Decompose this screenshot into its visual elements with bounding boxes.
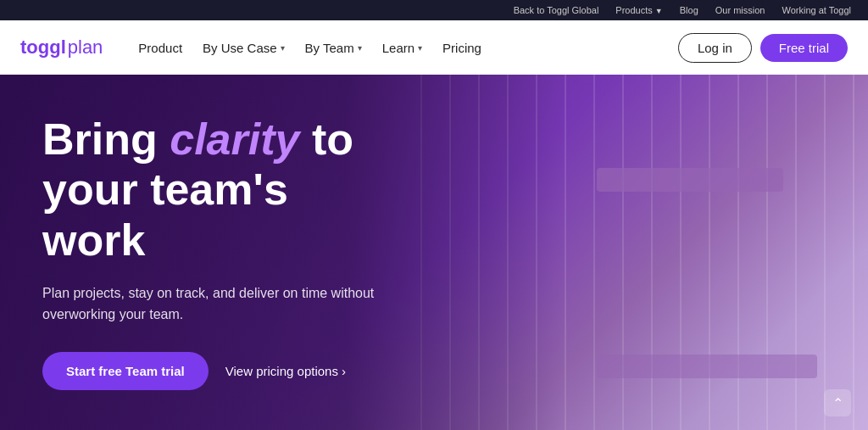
hero-subtitle: Plan projects, stay on track, and delive… bbox=[42, 283, 381, 326]
free-trial-button[interactable]: Free trial bbox=[760, 34, 848, 62]
chevron-up-icon: ⌃ bbox=[832, 395, 843, 411]
hero-content: Bring clarity to your team's work Plan p… bbox=[0, 75, 424, 430]
hero-section: Bring clarity to your team's work Plan p… bbox=[0, 75, 868, 430]
by-use-case-nav-item[interactable]: By Use Case ▾ bbox=[194, 34, 293, 62]
working-at-toggl-link[interactable]: Working at Toggl bbox=[782, 5, 851, 15]
logo-plan: plan bbox=[68, 36, 103, 59]
hero-title: Bring clarity to your team's work bbox=[42, 114, 390, 266]
pricing-nav-item[interactable]: Pricing bbox=[434, 34, 490, 62]
product-nav-item[interactable]: Product bbox=[130, 34, 191, 62]
back-to-toggl-link[interactable]: Back to Toggl Global bbox=[514, 5, 599, 15]
by-use-case-chevron-icon: ▾ bbox=[281, 43, 285, 53]
scroll-down-button[interactable]: ⌃ bbox=[824, 389, 851, 416]
learn-chevron-icon: ▾ bbox=[418, 43, 422, 53]
hero-title-clarity: clarity bbox=[170, 114, 299, 164]
login-button[interactable]: Log in bbox=[678, 33, 752, 63]
hero-actions: Start free Team trial View pricing optio… bbox=[42, 352, 390, 390]
by-team-chevron-icon: ▾ bbox=[358, 43, 362, 53]
learn-nav-item[interactable]: Learn ▾ bbox=[374, 34, 431, 62]
our-mission-link[interactable]: Our mission bbox=[715, 5, 765, 15]
nav-actions: Log in Free trial bbox=[678, 33, 848, 63]
top-bar: Back to Toggl Global Products ▼ Blog Our… bbox=[0, 0, 868, 20]
hero-bar-2 bbox=[597, 355, 817, 378]
logo-toggl: toggl bbox=[20, 36, 66, 59]
hero-bar-1 bbox=[597, 168, 783, 192]
hero-title-before: Bring bbox=[42, 114, 170, 164]
nav-items: Product By Use Case ▾ By Team ▾ Learn ▾ … bbox=[130, 34, 678, 62]
start-trial-button[interactable]: Start free Team trial bbox=[42, 352, 209, 390]
products-dropdown-link[interactable]: Products ▼ bbox=[615, 5, 662, 15]
by-team-nav-item[interactable]: By Team ▾ bbox=[297, 34, 370, 62]
logo[interactable]: toggl plan bbox=[20, 36, 103, 59]
view-pricing-button[interactable]: View pricing options › bbox=[225, 364, 346, 378]
navbar: toggl plan Product By Use Case ▾ By Team… bbox=[0, 20, 868, 75]
blog-link[interactable]: Blog bbox=[680, 5, 698, 15]
